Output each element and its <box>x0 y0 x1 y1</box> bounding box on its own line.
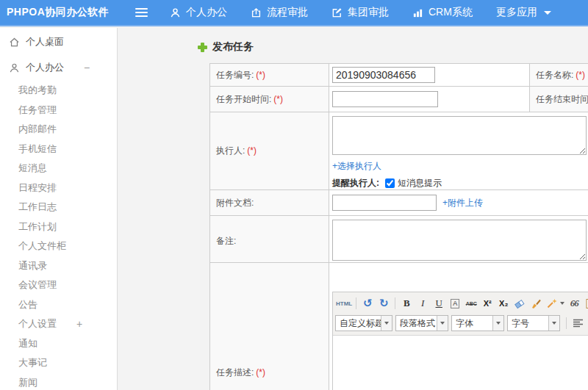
sidebar-item-news[interactable]: 新闻 <box>0 373 117 390</box>
font-family-select[interactable]: 字体 <box>451 315 504 331</box>
executor-label-cell: 执行人:(*) <box>210 112 329 190</box>
collapse-icon[interactable]: − <box>84 62 90 73</box>
attachment-input[interactable] <box>332 195 437 211</box>
sidebar-item-mobile-sms[interactable]: 手机短信 <box>0 140 117 159</box>
nav-group-approval[interactable]: 集团审批 <box>331 6 389 19</box>
main-content: 发布任务 任务编号:(*) 任务名称:(*) 任务开始时间:(*) <box>118 28 588 390</box>
nav-crm-system[interactable]: CRM系统 <box>412 6 473 19</box>
sidebar-item-contacts[interactable]: 通讯录 <box>0 256 117 276</box>
italic-button[interactable]: I <box>415 295 431 311</box>
bold-button[interactable]: B <box>398 295 415 311</box>
sidebar-item-meeting[interactable]: 会议管理 <box>0 275 117 295</box>
sms-remind-checkbox[interactable] <box>385 178 395 188</box>
sidebar-item-announcement[interactable]: 公告 <box>0 295 117 315</box>
expand-icon[interactable]: + <box>76 314 82 334</box>
redo-button[interactable]: ↻ <box>376 295 392 311</box>
app-logo: PHPOA协同办公软件 <box>0 6 135 19</box>
start-time-label-cell: 任务开始时间:(*) <box>210 87 329 112</box>
sidebar-item-personal-office[interactable]: 个人办公 − <box>0 56 117 79</box>
sidebar-item-internal-mail[interactable]: 内部邮件 <box>0 120 117 140</box>
end-time-label-cell: 任务结束时间:(*) <box>530 87 588 112</box>
highlight-button[interactable]: A <box>447 295 463 311</box>
task-name-label-cell: 任务名称:(*) <box>530 64 588 87</box>
sidebar-submenu: 我的考勤 任务管理 内部邮件 手机短信 短消息 日程安排 工作日志 工作计划 个… <box>0 81 117 390</box>
task-desc-table: 任务描述:(*) HTML ↺ ↻ B I U A <box>209 262 588 390</box>
paragraph-format-select[interactable]: 段落格式 <box>395 315 448 331</box>
sidebar-item-attendance[interactable]: 我的考勤 <box>0 81 117 101</box>
menu-toggle-icon[interactable] <box>135 8 148 17</box>
chevron-down-icon <box>544 11 551 15</box>
eraser-icon[interactable] <box>512 295 528 311</box>
underline-button[interactable]: U <box>431 295 447 311</box>
sidebar-item-memorabilia[interactable]: 大事记 <box>0 353 117 373</box>
undo-button[interactable]: ↺ <box>359 295 376 311</box>
home-icon <box>9 37 20 48</box>
blockquote-button[interactable]: 66 <box>566 295 582 311</box>
sidebar-item-notice[interactable]: 通知 <box>0 334 117 354</box>
strikethrough-button[interactable]: ABC <box>463 295 479 311</box>
nav-process-approval[interactable]: 流程审批 <box>251 6 308 19</box>
attachment-upload-link[interactable]: +附件上传 <box>442 197 483 209</box>
top-header-bar: PHPOA协同办公软件 个人办公 流程审批 集团审批 CRM系统 <box>0 0 588 26</box>
sidebar-item-task-management[interactable]: 任务管理 <box>0 101 117 120</box>
description-label-cell: 任务描述:(*) <box>210 263 329 390</box>
task-form-table: 任务编号:(*) 任务名称:(*) 任务开始时间:(*) 任务结束时间:(*) <box>209 63 588 267</box>
sidebar: 个人桌面 个人办公 − 我的考勤 任务管理 内部邮件 手机短信 短消息 日程安排… <box>0 28 118 390</box>
process-approval-icon <box>251 7 262 18</box>
sms-remind-label: 短消息提示 <box>398 177 442 189</box>
format-brush-icon[interactable] <box>528 295 544 311</box>
source-code-button[interactable]: HTML <box>335 295 353 311</box>
sidebar-item-schedule[interactable]: 日程安排 <box>0 178 117 198</box>
subscript-button[interactable]: X₂ <box>495 295 512 311</box>
sidebar-item-personal-settings[interactable]: 个人设置 + <box>0 314 117 334</box>
sidebar-item-file-cabinet[interactable]: 个人文件柜 <box>0 236 117 256</box>
task-no-label-cell: 任务编号:(*) <box>210 64 329 87</box>
bar-chart-icon <box>412 7 423 18</box>
remind-executor-label: 提醒执行人: <box>332 177 379 189</box>
start-time-input[interactable] <box>332 91 438 107</box>
sidebar-item-work-log[interactable]: 工作日志 <box>0 198 117 217</box>
editor-content-area[interactable] <box>333 336 588 390</box>
nav-more-apps[interactable]: 更多应用 <box>496 6 551 19</box>
sidebar-item-desktop[interactable]: 个人桌面 <box>0 28 117 56</box>
attachment-label-cell: 附件文档: <box>210 190 329 216</box>
font-size-select[interactable]: 字号 <box>507 315 560 331</box>
user-icon <box>9 62 20 73</box>
quick-format-icon[interactable] <box>544 295 566 311</box>
paste-from-word-icon[interactable]: T <box>582 295 588 311</box>
sidebar-item-short-message[interactable]: 短消息 <box>0 159 117 178</box>
align-left-icon[interactable] <box>570 315 586 331</box>
nav-personal-office[interactable]: 个人办公 <box>170 6 227 19</box>
superscript-button[interactable]: X² <box>479 295 495 311</box>
executor-textarea[interactable] <box>332 116 587 155</box>
page-title: 发布任务 <box>198 40 254 54</box>
task-no-input[interactable] <box>332 67 435 83</box>
rich-text-editor: HTML ↺ ↻ B I U A ABC X² X₂ <box>332 292 588 390</box>
add-task-icon <box>198 43 207 52</box>
top-nav: 个人办公 流程审批 集团审批 CRM系统 更多应用 <box>170 6 551 19</box>
select-executor-link[interactable]: +选择执行人 <box>332 161 381 171</box>
edit-icon <box>331 7 343 18</box>
heading-select[interactable]: 自定义标题 <box>335 315 392 331</box>
sidebar-item-work-plan[interactable]: 工作计划 <box>0 217 117 237</box>
user-icon <box>170 7 181 18</box>
remark-textarea[interactable] <box>332 220 587 261</box>
remark-label-cell: 备注: <box>210 216 329 267</box>
editor-toolbar: HTML ↺ ↻ B I U A ABC X² X₂ <box>333 292 588 336</box>
